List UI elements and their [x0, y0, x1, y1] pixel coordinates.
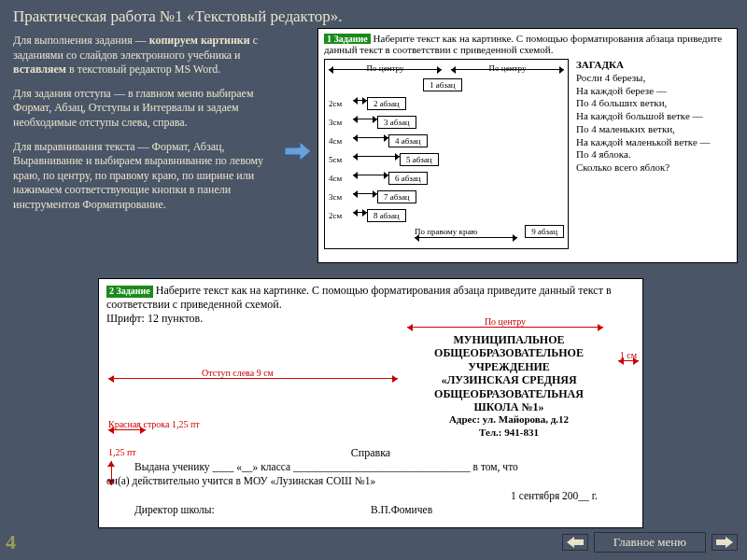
task2-panel: 2 Задание Наберите текст как на картинке… [98, 278, 643, 528]
instruction-p2: Для задания отступа — в главном меню выб… [13, 87, 293, 131]
task1-text: Наберите текст как на картинке. С помощь… [324, 33, 722, 55]
bottom-nav: Главное меню [562, 532, 738, 553]
arrow-right-icon [285, 142, 311, 164]
school-header: МУНИЦИПАЛЬНОЕОБЩЕОБРАЗОВАТЕЛЬНОЕУЧРЕЖДЕН… [402, 333, 616, 439]
instructions-block: Для выполнения задания — копируем картин… [13, 34, 293, 222]
instruction-p3: Для выравнивания текста — Формат, Абзац,… [13, 140, 293, 213]
next-button[interactable] [712, 534, 738, 551]
task1-badge: 1 Задание [324, 34, 371, 44]
riddle-block: ЗАГАДКА Росли 4 березы,На каждой березе … [569, 59, 731, 249]
page-title: Практическая работа №1 «Текстовый редакт… [0, 0, 747, 30]
indent-row: 2см2 абзац [329, 94, 564, 113]
indent-row: 4см6 абзац [329, 169, 564, 188]
ann-center: По центру [407, 316, 603, 327]
task2-text: Наберите текст как на картинке. С помощь… [106, 284, 612, 311]
instruction-p1: Для выполнения задания — копируем картин… [13, 34, 293, 77]
ann-left-indent: Отступ слева 9 см [108, 368, 398, 378]
task2-badge: 2 Задание [106, 286, 153, 298]
svg-marker-1 [567, 537, 584, 548]
task1-panel: 1 Задание Наберите текст как на картинке… [317, 28, 738, 263]
prev-button[interactable] [562, 534, 588, 551]
spravka-body: Справка Выдана ученику ____ «__» класса … [106, 445, 635, 518]
indent-row: 1 абзац [329, 76, 564, 94]
indent-row: 2см8 абзац [329, 206, 564, 225]
page-number: 4 [6, 530, 16, 554]
riddle-title: ЗАГАДКА [576, 59, 731, 72]
task1-diagram: По центру По центру 1 абзац2см2 абзац3см… [324, 59, 569, 249]
svg-marker-0 [285, 142, 311, 161]
indent-row: 3см7 абзац [329, 188, 564, 206]
indent-row: 5см5 абзац [329, 150, 564, 169]
main-menu-button[interactable]: Главное меню [594, 532, 706, 553]
indent-row: 3см3 абзац [329, 113, 564, 132]
ann-red-line: Красная строка 1,25 пт [108, 419, 200, 429]
indent-row: 4см4 абзац [329, 132, 564, 150]
svg-marker-2 [716, 537, 733, 548]
task2-font-note: Шрифт: 12 пунктов. [106, 312, 203, 325]
